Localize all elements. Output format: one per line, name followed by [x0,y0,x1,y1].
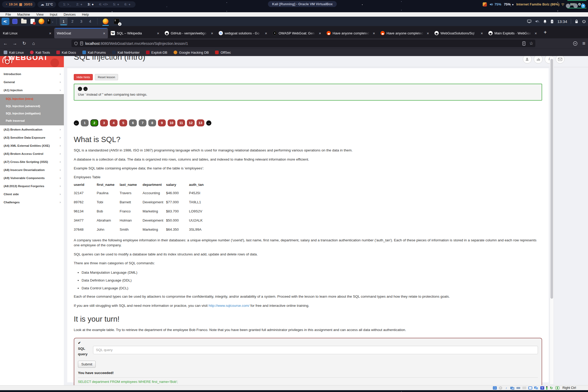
guest-workspace-button[interactable]: 1 [60,17,68,25]
shield-icon[interactable] [74,41,78,46]
tab-close-icon[interactable]: × [426,31,430,35]
pocket-icon[interactable] [573,41,578,46]
shared-folders-icon[interactable] [522,387,526,389]
forward-button[interactable]: → [11,40,19,47]
bookmark-item[interactable]: Kali Linux [4,51,24,54]
sidebar-category[interactable]: (A7) Cross-Site Scripting (XSS) › [0,158,64,166]
page-number-button[interactable]: 1 [81,119,89,126]
audio-muted-icon[interactable] [535,20,540,23]
taskbar-firefox[interactable] [102,18,109,25]
browser-tab[interactable]: WebGoat × [54,28,108,38]
close-window-button[interactable]: ✕ [581,4,585,8]
maximize-button[interactable] [573,4,578,8]
bookmark-item[interactable]: OffSec [215,51,231,54]
url-text[interactable]: localhost:8080/WebGoat/start.mvc#lesson/… [85,41,188,46]
logout-icon[interactable] [582,20,586,23]
sqlcourse-link[interactable]: http://www.sqlcourse.com/ [209,304,249,308]
sidebar-category[interactable]: (A4) XML External Entities (XXE) › [0,142,64,150]
reset-lesson-button[interactable]: Reset lesson [95,74,118,80]
tray-icon[interactable] [483,2,487,7]
browser-tab[interactable]: Have anyone completed × [378,28,432,38]
guest-workspace-button[interactable]: 2 [69,17,76,25]
page-info-icon[interactable] [80,41,83,45]
browser-tab[interactable]: GitHub - vernjan/webgo × [162,28,216,38]
minimize-button[interactable] [566,4,570,8]
browser-tab[interactable]: Main Exploits · WebGoa × [486,28,540,38]
notification-bell-icon[interactable] [543,20,547,23]
browser-tab[interactable]: Kali Linux × [0,28,54,38]
vbox-menu-item[interactable]: File [3,13,14,16]
bookmark-star-icon[interactable]: ☆ [529,41,533,46]
recording-icon[interactable] [534,386,538,390]
page-next-button[interactable]: → [206,120,211,126]
reload-button[interactable]: ↻ [20,40,28,47]
bookmark-item[interactable]: Kali NetHunter [112,51,140,54]
tab-close-icon[interactable]: × [480,31,483,35]
window-manager-launcher[interactable] [11,18,18,25]
page-number-button[interactable]: 4 [110,119,118,126]
vbox-features-icon[interactable]: V [540,386,544,390]
browser-tab[interactable]: webgoat solutions - Go × [216,28,270,38]
hint-prev-icon[interactable]: ← [78,87,82,91]
sidebar-lesson-item[interactable]: SQL Injection (intro) [0,95,64,102]
battery-icon[interactable] [550,20,554,23]
host-workspace-item[interactable]: 2:● [76,2,82,6]
sidebar-lesson-item[interactable]: SQL Injection (mitigation) [0,110,64,117]
url-bar[interactable]: localhost:8080/WebGoat/start.mvc#lesson/… [71,40,535,47]
hide-hints-button[interactable]: Hide hints [74,74,93,80]
contact-button[interactable] [556,56,565,64]
submit-button[interactable]: Submit [78,361,96,368]
vbox-menu-item[interactable]: Help [79,13,92,16]
host-workspace-item[interactable]: 3:● [88,2,94,6]
mouse-integration-icon[interactable]: ↻ [549,386,553,390]
sidebar-category[interactable]: (A9) Vulnerable Components › [0,174,64,182]
tab-close-icon[interactable]: × [102,31,106,35]
kali-menu-button[interactable] [2,18,9,25]
vbox-menu-item[interactable]: View [33,13,46,16]
page-number-button[interactable]: 10 [168,119,175,126]
vbox-menu-item[interactable]: Devices [61,13,78,16]
keyboard-capture-icon[interactable]: ⬇ [555,386,559,390]
scrollbar-thumb[interactable] [550,59,553,299]
user-menu-button[interactable] [523,56,532,64]
display-icon[interactable] [527,20,531,23]
guest-workspace-button[interactable]: 4 [86,17,94,25]
new-tab-button[interactable]: + [540,27,550,38]
sidebar-category[interactable]: (A8) Insecure Deserialization › [0,166,64,174]
reader-mode-icon[interactable] [522,41,526,46]
host-workspace-item[interactable]: 4:</> [99,2,108,6]
sidebar-category[interactable]: Challenges › [0,198,64,206]
page-scrollbar[interactable] [550,57,554,384]
home-button[interactable]: ⌂ [30,40,38,47]
guest-clock[interactable]: 13:34 [557,19,567,24]
host-workspace-item[interactable]: 5:● [113,2,119,6]
sidebar-category[interactable]: (A2) Broken Authentication › [0,125,64,133]
sidebar-lesson-item[interactable]: Path traversal [0,117,64,124]
tab-close-icon[interactable]: × [372,31,376,35]
bookmark-item[interactable]: Kali Docs [56,51,76,54]
sidebar-category[interactable]: Introduction › [0,70,64,78]
page-number-button[interactable]: 5 [119,119,127,126]
display-settings-icon[interactable] [528,387,532,389]
page-number-button[interactable]: 13 [197,119,204,126]
firefox-launcher[interactable] [38,18,45,25]
hint-next-icon[interactable]: → [83,87,88,91]
tab-close-icon[interactable]: × [534,31,537,35]
sql-query-input[interactable] [93,346,538,354]
tab-close-icon[interactable]: × [210,31,214,35]
hard-disk-icon[interactable] [493,386,497,390]
chevron-down-icon[interactable]: ⌄ [52,20,54,23]
tab-close-icon[interactable]: × [318,31,322,35]
host-workspace-item[interactable]: 6:● [124,2,130,6]
sidebar-lesson-item[interactable]: SQL Injection (advanced) [0,102,64,110]
tab-close-icon[interactable]: × [48,31,52,35]
page-number-button[interactable]: 6 [129,119,137,126]
hamburger-menu-icon[interactable]: ≡ [582,40,585,46]
page-number-button[interactable]: 7 [139,119,146,126]
guest-workspace-button[interactable]: 3 [77,17,85,25]
browser-tab[interactable]: SQL – Wikipedia × [108,28,162,38]
sidebar-category[interactable]: Client side › [0,190,64,198]
text-editor-launcher[interactable] [29,18,36,25]
lock-icon[interactable] [575,20,578,23]
sidebar-category[interactable]: (A1) Injection › [0,86,64,94]
